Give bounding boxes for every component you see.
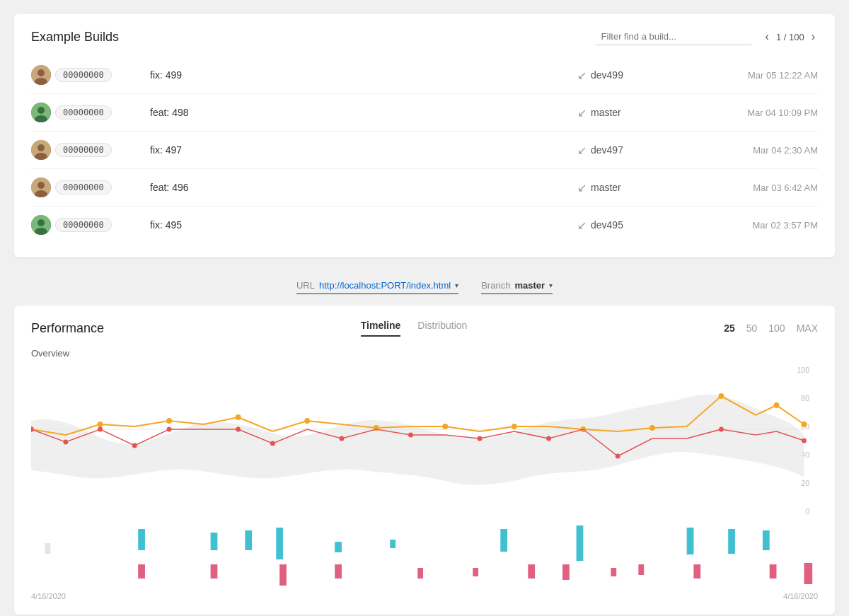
- svg-point-46: [616, 454, 620, 459]
- branch-name: master: [591, 182, 621, 193]
- avatar: [31, 140, 51, 160]
- svg-rect-58: [687, 528, 694, 554]
- avatar: [31, 103, 51, 122]
- svg-point-32: [719, 393, 724, 399]
- avatar: [31, 65, 51, 85]
- table-row[interactable]: 00000000 fix: 499 ↙ dev499 Mar 05 12:22 …: [31, 57, 818, 93]
- build-label: fix: 495: [144, 219, 577, 231]
- svg-rect-57: [577, 525, 584, 561]
- bar-chart: [31, 522, 818, 586]
- build-date: Mar 04 10:09 PM: [705, 107, 818, 118]
- url-branch-bar: URL http://localhost:PORT/index.html ▾ B…: [14, 272, 835, 306]
- tab-distribution[interactable]: Distribution: [417, 320, 467, 337]
- svg-point-24: [166, 418, 172, 424]
- build-branch: ↙ dev497: [577, 144, 705, 157]
- svg-point-39: [167, 427, 172, 432]
- build-label: fix: 497: [144, 144, 577, 156]
- svg-rect-54: [335, 542, 342, 552]
- branch-icon: ↙: [577, 106, 587, 120]
- chart-container: 100 80 60 40 20 0: [31, 364, 818, 600]
- svg-point-42: [340, 436, 345, 441]
- builds-header: Example Builds ‹ 1 / 100 ›: [31, 28, 818, 45]
- build-date: Mar 05 12:22 AM: [705, 70, 818, 81]
- svg-point-40: [236, 427, 241, 432]
- svg-rect-67: [528, 564, 535, 579]
- filter-input[interactable]: [596, 28, 751, 45]
- build-id: 00000000: [55, 218, 112, 232]
- table-row[interactable]: 00000000 feat: 496 ↙ master Mar 03 6:42 …: [31, 168, 818, 206]
- svg-rect-52: [245, 530, 252, 550]
- svg-point-1: [37, 69, 45, 76]
- url-dropdown-icon: ▾: [455, 281, 458, 289]
- svg-rect-64: [335, 564, 342, 579]
- branch-icon: ↙: [577, 181, 587, 194]
- url-selector[interactable]: URL http://localhost:PORT/index.html ▾: [296, 280, 458, 294]
- build-id: 00000000: [55, 68, 112, 82]
- branch-icon: ↙: [577, 144, 587, 157]
- svg-point-10: [37, 182, 45, 189]
- branch-label: Branch: [481, 280, 510, 291]
- build-id: 00000000: [55, 180, 112, 194]
- build-date: Mar 04 2:30 AM: [705, 145, 818, 156]
- performance-header: Performance Timeline Distribution 25 50 …: [31, 320, 818, 337]
- count-max[interactable]: MAX: [797, 322, 818, 334]
- performance-counts: 25 50 100 MAX: [724, 322, 818, 334]
- build-label: feat: 496: [144, 182, 577, 193]
- build-branch: ↙ dev495: [577, 219, 705, 232]
- branch-value: master: [514, 280, 545, 291]
- builds-card: Example Builds ‹ 1 / 100 ›: [14, 14, 835, 257]
- svg-rect-56: [500, 529, 507, 552]
- svg-rect-53: [276, 528, 283, 559]
- svg-text:20: 20: [801, 479, 809, 487]
- branch-name: dev499: [591, 69, 623, 81]
- date-start: 4/16/2020: [31, 592, 66, 600]
- count-50[interactable]: 50: [746, 322, 758, 334]
- svg-rect-72: [770, 564, 777, 579]
- table-row[interactable]: 00000000 fix: 497 ↙ dev497 Mar 04 2:30 A…: [31, 131, 818, 168]
- svg-rect-73: [804, 563, 812, 584]
- performance-card: Performance Timeline Distribution 25 50 …: [14, 306, 835, 615]
- svg-rect-63: [279, 564, 287, 586]
- avatar-icon: [31, 103, 51, 122]
- svg-point-37: [98, 427, 103, 432]
- branch-selector[interactable]: Branch master ▾: [481, 280, 553, 294]
- count-25[interactable]: 25: [724, 322, 735, 334]
- overview-label: Overview: [31, 348, 818, 359]
- pagination-next-button[interactable]: ›: [809, 29, 818, 45]
- branch-name: dev495: [591, 219, 623, 231]
- count-100[interactable]: 100: [768, 322, 785, 334]
- table-row[interactable]: 00000000 fix: 495 ↙ dev495 Mar 02 3:57 P…: [31, 206, 818, 243]
- tab-timeline[interactable]: Timeline: [361, 320, 401, 337]
- build-branch: ↙ master: [577, 106, 705, 120]
- build-label: feat: 498: [144, 107, 577, 118]
- svg-rect-66: [473, 568, 478, 576]
- svg-rect-50: [138, 529, 145, 550]
- svg-point-7: [37, 144, 45, 151]
- svg-rect-55: [390, 540, 395, 548]
- svg-point-25: [236, 414, 241, 420]
- branch-name: dev497: [591, 144, 623, 156]
- performance-title: Performance: [31, 321, 104, 336]
- table-row[interactable]: 00000000 feat: 498 ↙ master Mar 04 10:09…: [31, 93, 818, 131]
- date-end: 4/16/2020: [783, 592, 818, 600]
- avatar-icon: [31, 178, 51, 197]
- svg-rect-62: [211, 564, 218, 579]
- svg-point-31: [649, 425, 655, 431]
- svg-point-28: [442, 424, 448, 429]
- build-date: Mar 02 3:57 PM: [705, 220, 818, 231]
- build-date: Mar 03 6:42 AM: [705, 182, 818, 193]
- svg-rect-49: [45, 543, 51, 554]
- build-badge: 00000000: [31, 178, 144, 197]
- svg-text:0: 0: [805, 507, 809, 516]
- svg-point-36: [63, 440, 68, 445]
- svg-point-26: [304, 418, 310, 424]
- builds-list: 00000000 fix: 499 ↙ dev499 Mar 05 12:22 …: [31, 57, 818, 243]
- svg-rect-60: [763, 530, 770, 550]
- pagination-prev-button[interactable]: ‹: [763, 29, 772, 45]
- svg-point-33: [774, 402, 780, 408]
- build-branch: ↙ dev499: [577, 69, 705, 82]
- build-badge: 00000000: [31, 65, 144, 85]
- avatar: [31, 215, 51, 235]
- svg-rect-71: [693, 564, 700, 579]
- svg-text:100: 100: [797, 366, 809, 374]
